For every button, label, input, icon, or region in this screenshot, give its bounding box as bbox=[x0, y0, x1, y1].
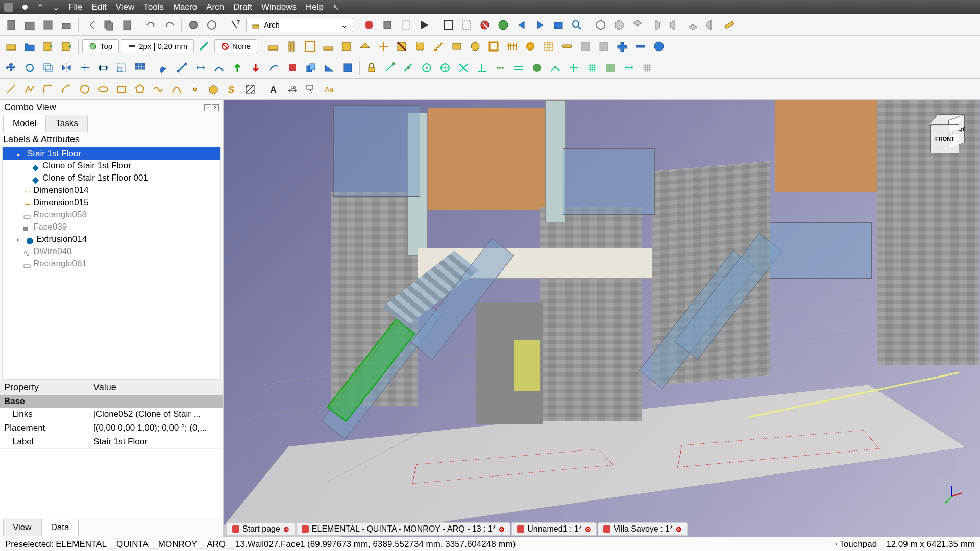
close-icon[interactable]: ⊗ bbox=[499, 525, 505, 533]
navigation-cube[interactable]: RIGHT FRONT bbox=[922, 110, 968, 156]
tree-item-clone-stair-001[interactable]: ◆ Clone of Stair 1st Floor 001 bbox=[3, 172, 220, 184]
whatsthis-button[interactable]: ? bbox=[228, 17, 244, 33]
panel-close-icon[interactable]: × bbox=[212, 104, 219, 111]
fit-all-button[interactable] bbox=[440, 17, 456, 33]
panel-float-icon[interactable]: ▫ bbox=[204, 104, 211, 111]
rotate-button[interactable] bbox=[21, 60, 38, 76]
folder-button[interactable] bbox=[21, 38, 38, 55]
lock-button[interactable] bbox=[363, 60, 380, 76]
nav-back-button[interactable] bbox=[513, 17, 530, 33]
menu-arch[interactable]: Arch bbox=[206, 2, 224, 12]
wall-button[interactable] bbox=[3, 38, 19, 55]
tree-item-dwire040[interactable]: ∿ DWire040 bbox=[3, 245, 220, 258]
toggle-grid-button[interactable] bbox=[639, 60, 655, 76]
tab-data[interactable]: Data bbox=[41, 519, 79, 536]
stretch-button[interactable] bbox=[95, 60, 111, 76]
menu-edit[interactable]: Edit bbox=[91, 2, 106, 12]
bottom-view-button[interactable] bbox=[684, 17, 701, 33]
arch-roof-button[interactable] bbox=[357, 38, 373, 55]
arch-axis-button[interactable] bbox=[375, 38, 391, 55]
snap-endpoint-button[interactable] bbox=[382, 60, 398, 76]
property-row-placement[interactable]: Placement [(0,00 0,00 1,00); 0,00 °; (0,… bbox=[0, 421, 223, 435]
expander-icon[interactable]: ▸ bbox=[17, 237, 23, 242]
fit-selection-button[interactable] bbox=[458, 17, 475, 33]
property-row-links[interactable]: Links [Clone052 (Clone of Stair ... bbox=[0, 408, 223, 421]
macro-record-button[interactable] bbox=[361, 17, 377, 33]
dimension-button[interactable]: 10 bbox=[284, 81, 301, 97]
arch-structure-button[interactable] bbox=[283, 38, 300, 55]
mirror-button[interactable] bbox=[58, 60, 75, 76]
property-value[interactable]: [Clone052 (Clone of Stair ... bbox=[89, 408, 223, 421]
arch-panel-button[interactable] bbox=[449, 38, 465, 55]
annotation-style-button[interactable]: Aa bbox=[321, 81, 337, 97]
tree-item-rectangle058[interactable]: ▭ Rectangle058 bbox=[3, 209, 220, 221]
paste-button[interactable] bbox=[119, 17, 135, 33]
arch-stairs-button[interactable] bbox=[430, 38, 447, 55]
tree-item-face039[interactable]: ■ Face039 bbox=[3, 221, 220, 233]
doc-tab-villa[interactable]: Villa Savoye : 1* ⊗ bbox=[598, 522, 688, 536]
arch-frame-button[interactable] bbox=[485, 38, 502, 55]
model-tree[interactable]: ▪ Stair 1st Floor ◆ Clone of Stair 1st F… bbox=[2, 147, 221, 380]
circle-button[interactable] bbox=[77, 81, 93, 97]
menu-view[interactable]: View bbox=[116, 2, 135, 12]
edit-button[interactable] bbox=[156, 60, 172, 76]
snap-intersection-button[interactable] bbox=[455, 60, 472, 76]
property-value[interactable]: Stair 1st Floor bbox=[89, 435, 223, 448]
cut-button[interactable] bbox=[82, 17, 99, 33]
arch-add-button[interactable] bbox=[596, 38, 612, 55]
arch-section-button[interactable] bbox=[394, 38, 410, 55]
sync-button[interactable] bbox=[204, 17, 220, 33]
export-button[interactable] bbox=[40, 38, 56, 55]
redo-button[interactable] bbox=[161, 17, 178, 33]
rear-view-button[interactable] bbox=[666, 17, 682, 33]
copy-button[interactable] bbox=[101, 17, 117, 33]
tree-item-extrusion014[interactable]: ▸ ⬢ Extrusion014 bbox=[3, 233, 220, 245]
menu-windows[interactable]: Windows bbox=[261, 2, 297, 12]
menu-macro[interactable]: Macro bbox=[173, 2, 197, 12]
draft-slope-button[interactable] bbox=[321, 60, 337, 76]
arch-schedule-button[interactable] bbox=[541, 38, 557, 55]
shape2d-button[interactable] bbox=[284, 60, 301, 76]
arch-survey-button[interactable] bbox=[651, 38, 667, 55]
tab-tasks[interactable]: Tasks bbox=[46, 115, 87, 132]
doc-tab-elemental[interactable]: ELEMENTAL - QUINTA - MONROY - ARQ - 13 :… bbox=[296, 522, 510, 536]
snap-angle-button[interactable] bbox=[437, 60, 453, 76]
wire-to-bspline-button[interactable] bbox=[211, 60, 227, 76]
snap-grid-button[interactable] bbox=[584, 60, 600, 76]
new-file-button[interactable] bbox=[3, 17, 19, 33]
ellipse-button[interactable] bbox=[95, 81, 111, 97]
downgrade-button[interactable] bbox=[248, 60, 264, 76]
save-button[interactable] bbox=[40, 17, 56, 33]
menu-tools[interactable]: Tools bbox=[143, 2, 164, 12]
construction-mode-button[interactable] bbox=[196, 38, 212, 55]
flip-dim-button[interactable] bbox=[339, 60, 356, 76]
array-button[interactable] bbox=[132, 60, 148, 76]
snap-extension-button[interactable] bbox=[492, 60, 508, 76]
snap-midpoint-button[interactable] bbox=[400, 60, 416, 76]
clone-button[interactable] bbox=[303, 60, 319, 76]
label-button[interactable] bbox=[303, 81, 319, 97]
tree-item-stair-1st[interactable]: ▪ Stair 1st Floor bbox=[3, 147, 220, 160]
snap-center-button[interactable] bbox=[419, 60, 435, 76]
line-button[interactable] bbox=[3, 81, 19, 97]
point-button[interactable] bbox=[187, 81, 203, 97]
upgrade-button[interactable] bbox=[229, 60, 246, 76]
dimension-h-button[interactable] bbox=[192, 60, 209, 76]
scale-button[interactable] bbox=[113, 60, 130, 76]
navcube-front[interactable]: FRONT bbox=[930, 124, 959, 153]
snap-wp-button[interactable] bbox=[602, 60, 619, 76]
arch-remove-button[interactable] bbox=[632, 38, 649, 55]
arch-fence-button[interactable] bbox=[504, 38, 520, 55]
tree-item-dimension014[interactable]: ↔ Dimension014 bbox=[3, 184, 220, 196]
menu-draft[interactable]: Draft bbox=[233, 2, 252, 12]
arch-rebar-button[interactable] bbox=[302, 38, 318, 55]
property-value[interactable]: [(0,00 0,00 1,00); 0,00 °; (0,... bbox=[89, 421, 223, 435]
refresh-button[interactable] bbox=[185, 17, 202, 33]
doc-tab-start[interactable]: Start page ⊗ bbox=[227, 522, 295, 536]
snap-perpendicular-button[interactable] bbox=[474, 60, 490, 76]
fillet-button[interactable] bbox=[40, 81, 56, 97]
measure-button[interactable] bbox=[721, 17, 738, 33]
snap-special-button[interactable] bbox=[529, 60, 545, 76]
rectangle-button[interactable] bbox=[113, 81, 130, 97]
lineweight-pill[interactable]: 2px | 0,20 mm bbox=[121, 39, 194, 53]
